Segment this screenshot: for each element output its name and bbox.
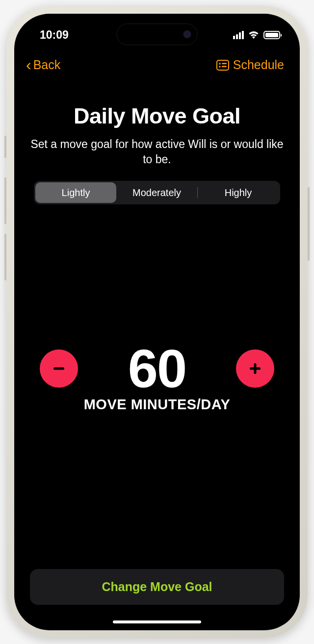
minus-icon bbox=[51, 360, 67, 377]
phone-silence-switch bbox=[4, 136, 6, 158]
screen: 10:09 bbox=[14, 14, 300, 630]
dynamic-island bbox=[117, 24, 198, 45]
chevron-left-icon: ‹ bbox=[26, 56, 31, 74]
increment-button[interactable] bbox=[236, 349, 274, 388]
cellular-signal-icon bbox=[233, 31, 244, 39]
page-title: Daily Move Goal bbox=[30, 103, 284, 129]
schedule-icon bbox=[216, 60, 229, 71]
battery-icon bbox=[263, 31, 280, 39]
phone-power-button bbox=[308, 187, 310, 261]
svg-rect-2 bbox=[222, 63, 227, 64]
svg-rect-4 bbox=[222, 66, 227, 67]
decrement-button[interactable] bbox=[40, 349, 78, 388]
goal-unit: MOVE MINUTES/DAY bbox=[84, 396, 231, 413]
phone-frame: 10:09 bbox=[6, 6, 308, 638]
stepper-row: 60 bbox=[30, 342, 284, 396]
segment-lightly[interactable]: Lightly bbox=[35, 182, 116, 203]
svg-rect-7 bbox=[254, 363, 256, 374]
svg-point-3 bbox=[219, 66, 221, 68]
plus-icon bbox=[247, 360, 263, 377]
phone-volume-up bbox=[4, 177, 6, 224]
wifi-icon bbox=[248, 30, 260, 39]
status-indicators bbox=[233, 30, 280, 39]
change-move-goal-button[interactable]: Change Move Goal bbox=[30, 569, 284, 605]
schedule-button[interactable]: Schedule bbox=[216, 58, 284, 72]
page-subtitle: Set a move goal for how active Will is o… bbox=[30, 137, 284, 167]
content: Daily Move Goal Set a move goal for how … bbox=[14, 78, 300, 630]
segment-moderately[interactable]: Moderately bbox=[116, 182, 197, 203]
activity-level-segment[interactable]: Lightly Moderately Highly bbox=[34, 181, 280, 204]
status-time: 10:09 bbox=[40, 28, 69, 42]
front-camera bbox=[183, 30, 191, 38]
svg-point-1 bbox=[219, 63, 221, 65]
goal-stepper: 60 MOVE MINUTES/DAY bbox=[30, 185, 284, 569]
svg-rect-5 bbox=[53, 367, 64, 370]
back-label: Back bbox=[33, 58, 61, 72]
nav-bar: ‹ Back Schedule bbox=[14, 48, 300, 78]
back-button[interactable]: ‹ Back bbox=[26, 56, 60, 74]
goal-value: 60 bbox=[128, 342, 186, 396]
schedule-label: Schedule bbox=[233, 58, 284, 72]
phone-volume-down bbox=[4, 234, 6, 280]
segment-highly[interactable]: Highly bbox=[198, 182, 279, 203]
home-indicator[interactable] bbox=[113, 620, 201, 623]
svg-rect-0 bbox=[217, 60, 229, 70]
